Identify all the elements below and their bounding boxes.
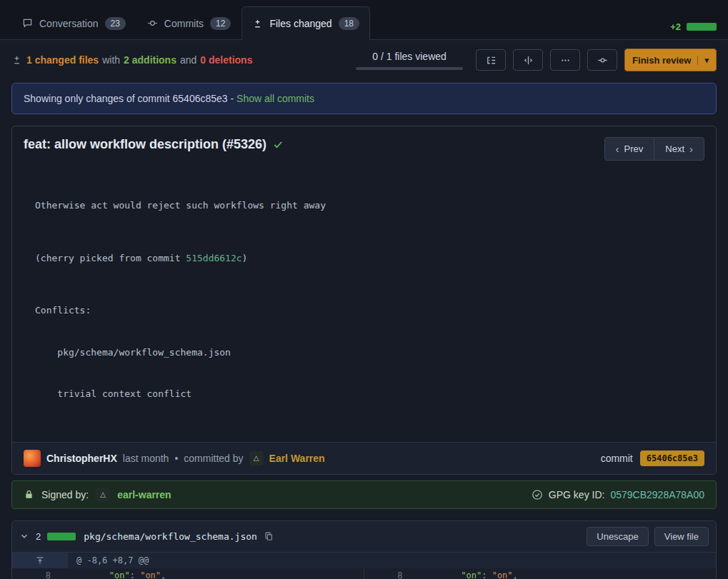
file-tree-icon [486,55,497,66]
commit-hash-badge[interactable]: 65406c85e3 [640,450,704,466]
files-viewed: 0 / 1 files viewed [356,51,463,70]
toolbar-right: 0 / 1 files viewed Finish review ▾ [356,49,717,71]
diff-file-header: 2 pkg/schema/workflow_schema.json Unesca… [12,521,716,552]
committer-name-link[interactable]: Earl Warren [269,453,325,464]
diffstat-additions: +2 [670,21,681,32]
commit-icon [147,18,158,29]
conflict-note-line: trivial context conflict [35,387,704,401]
deletions-count: 0 deletions [200,54,252,66]
files-viewed-label: 0 / 1 files viewed [372,51,447,62]
file-stat-bar [47,533,76,540]
file-stat-count: 2 [36,531,41,542]
new-line-number[interactable]: 8 [364,568,410,579]
commit-box: feat: allow workflow description (#5326)… [11,126,717,475]
commit-status-check-icon[interactable] [273,139,284,150]
ellipsis-icon [560,55,571,66]
shield-check-icon [532,489,543,500]
diff-left-cell: 8 "on": "on", [12,568,364,579]
commit-pager: ‹ Prev Next › [604,137,704,161]
diff-view-style-button[interactable] [513,49,543,71]
split-view-icon [523,55,534,66]
show-all-commits-link[interactable]: Show all commits [236,93,314,104]
cherry-pick-hash-link[interactable]: 515dd6612c [186,253,241,263]
tab-files-changed-label: Files changed [269,18,331,29]
tab-conversation-label: Conversation [39,18,99,29]
expand-up-icon [35,555,45,565]
signer-name-link[interactable]: earl-warren [117,489,171,500]
commits-count-badge: 12 [210,17,231,30]
file-tree-toggle-button[interactable] [476,49,506,71]
comment-bubble-icon [22,18,33,29]
cherry-suffix: ) [242,253,248,263]
commit-small-icon [597,55,608,66]
diff-right-cell: 8 "on": "on", [364,568,717,579]
signed-by-label: Signed by: [41,489,89,500]
hunk-header-row: @ -8,6 +8,7 @@ [12,552,716,568]
cherry-prefix: (cherry picked from commit [35,253,186,263]
tab-conversation[interactable]: Conversation 23 [11,6,136,39]
commit-hash-group: commit 65406c85e3 [601,450,704,466]
line-sign [58,568,68,579]
next-label: Next [665,144,684,154]
changed-files-count: 1 changed files [26,54,99,66]
pr-diffstat: +2 [670,21,717,39]
changed-files-summary: 1 changed files with 2 additions and 0 d… [26,54,252,66]
banner-text: Showing only changes of commit 65406c85e… [24,93,234,104]
signature-row: Signed by: △ earl-warren GPG key ID: 057… [11,480,717,509]
prev-commit-button[interactable]: ‹ Prev [604,137,655,161]
dot-separator: • [174,453,178,464]
commit-message-line: Otherwise act would reject such workflow… [35,198,704,213]
old-code: "on": "on", [68,568,364,579]
old-line-number[interactable]: 8 [12,568,58,579]
commit-cherry-pick-line: (cherry picked from commit 515dd6612c) [35,251,704,266]
diff-options-button[interactable] [550,49,580,71]
diffstat-bar [687,23,717,31]
line-sign [410,568,420,579]
review-commit-button[interactable] [587,49,617,71]
collapse-file-chevron-icon[interactable] [19,531,29,541]
pr-tab-bar: Conversation 23 Commits 12 Files changed… [0,0,728,40]
commit-title: feat: allow workflow description (#5326) [24,137,266,152]
finish-review-button[interactable]: Finish review ▾ [624,49,717,71]
new-code: "on": "on", [420,568,717,579]
next-commit-button[interactable]: Next › [654,137,704,161]
gpg-key-group: GPG key ID: 0579CB2928A78A00 [532,489,704,500]
conflicts-title: Conflicts: [35,303,704,318]
additions-count: 2 additions [124,54,176,66]
committed-by-label: committed by [184,453,243,464]
commit-filter-banner: Showing only changes of commit 65406c85e… [11,83,717,114]
author-avatar[interactable] [24,450,41,467]
tab-commits-label: Commits [164,18,204,29]
file-name: pkg/schema/workflow_schema.json [84,531,257,542]
diff-icon [252,19,263,29]
with-word: with [102,54,120,66]
and-word: and [180,54,196,66]
signer-avatar[interactable]: △ [96,488,110,502]
gpg-key-label: GPG key ID: [549,489,605,500]
diff-file-box: 2 pkg/schema/workflow_schema.json Unesca… [11,520,717,579]
author-name-link[interactable]: ChristopherHX [46,453,117,464]
chevron-left-icon: ‹ [616,143,619,155]
gpg-key-id: 0579CB2928A78A00 [610,489,704,500]
commit-header: feat: allow workflow description (#5326)… [12,126,716,169]
chevron-right-icon: › [689,143,693,155]
tab-commits[interactable]: Commits 12 [136,6,242,39]
view-file-button[interactable]: View file [654,527,709,546]
unescape-button[interactable]: Unescape [587,527,649,546]
copy-filename-icon[interactable] [264,531,274,541]
conversation-count-badge: 23 [105,17,126,30]
files-toolbar: 1 changed files with 2 additions and 0 d… [0,40,728,77]
caret-down-icon: ▾ [697,56,709,65]
diff-row: 8 "on": "on", 8 "on": "on", [12,568,716,579]
committer-avatar[interactable]: △ [249,451,264,465]
conflict-file-line: pkg/schema/workflow_schema.json [35,346,704,360]
file-header-buttons: Unescape View file [587,527,709,546]
files-viewed-progressbar [356,67,463,70]
tab-files-changed[interactable]: Files changed 18 [241,6,370,40]
files-changed-count-badge: 18 [339,17,359,30]
commit-title-row: feat: allow workflow description (#5326) [24,137,284,152]
commit-author-row: ChristopherHX last month • committed by … [12,442,716,474]
diff-summary-icon [11,55,22,66]
expand-hunk-button[interactable] [12,553,68,568]
hunk-header-text: @ -8,6 +8,7 @@ [68,553,157,568]
